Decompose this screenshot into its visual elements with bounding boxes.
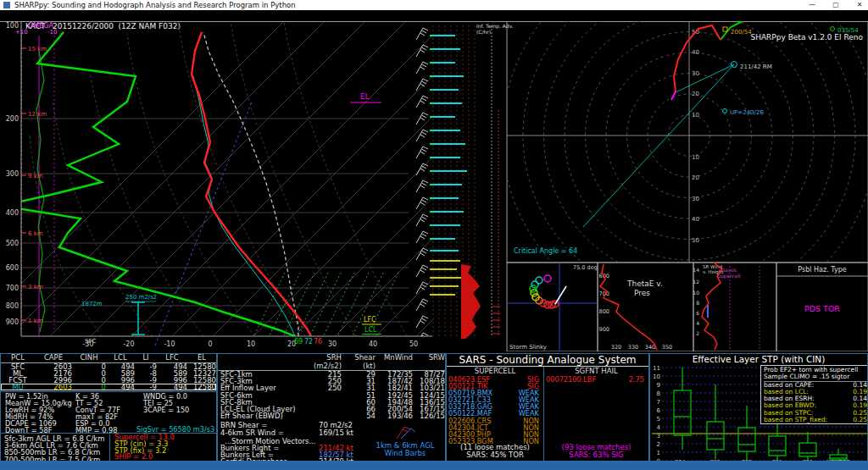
- pressure-labels: 100 200 300 400 500 600 700 800 900: [6, 22, 19, 326]
- svg-text:330: 330: [628, 344, 638, 351]
- critical-angle-rays: [583, 64, 734, 227]
- mean-wind-marker: [723, 27, 727, 31]
- close-button[interactable]: ✕: [851, 0, 868, 10]
- svg-text:5: 5: [657, 416, 660, 423]
- svg-text:9 km: 9 km: [28, 173, 43, 180]
- wind-speed-column: [430, 25, 481, 339]
- stp-prob-row: based on STP_fixed: 0.25: [764, 417, 867, 423]
- svg-text:3 km: 3 km: [28, 284, 43, 290]
- title-bar: SHARPpy: Sounding and Hodograph Analysis…: [0, 0, 868, 10]
- minimize-button[interactable]: —: [804, 0, 821, 10]
- app-icon: [3, 2, 10, 8]
- lapse-rates: Sfc-3km AGL LR = 6.8 C/km3-6km AGL LR = …: [4, 435, 105, 462]
- svg-text:10: 10: [247, 340, 255, 348]
- sars-panel: SARS - Sounding Analogue System SUPERCEL…: [446, 353, 649, 462]
- thetae-title-2: Pres: [634, 289, 650, 297]
- svg-text:0: 0: [208, 340, 212, 348]
- svg-text:600: 600: [6, 264, 19, 272]
- svg-text:6: 6: [696, 310, 699, 316]
- right-mover-label: 211/42 RM: [740, 64, 772, 70]
- el-label: EL: [360, 92, 370, 101]
- inflow-srh-label: 250 m2/s2: [125, 294, 157, 301]
- svg-text:1 km: 1 km: [28, 318, 43, 324]
- upshear-label: UP=240/26: [730, 109, 764, 116]
- svg-text:-10: -10: [164, 340, 175, 348]
- wind-barb-legend: 1km & 6km AGL Wind Barbs: [369, 425, 442, 456]
- upper-wind-marker: [831, 27, 835, 31]
- hazard-title: Psbl Haz. Type: [798, 266, 846, 274]
- svg-text:500: 500: [6, 240, 19, 247]
- svg-text:30: 30: [328, 340, 337, 348]
- svg-text:40: 40: [692, 216, 699, 223]
- srwind-annotation-2: Supercell: [717, 273, 741, 279]
- svg-text:700: 700: [6, 285, 19, 292]
- maximize-button[interactable]: ▢: [827, 0, 844, 10]
- effective-inflow-marker: 250 m2/s2 1872m: [81, 294, 157, 335]
- svg-text:10: 10: [693, 290, 699, 296]
- svg-text:4: 4: [657, 424, 661, 431]
- slinky-title: Storm Slinky: [509, 344, 547, 351]
- slinky-motion-vector: [555, 286, 566, 304]
- app-header: KACT 20151226/2000 (12Z NAM F032) SHARPp…: [0, 10, 868, 21]
- wind-barb-icons: [394, 425, 416, 440]
- wetbulb-trace: [193, 76, 295, 336]
- svg-text:14: 14: [693, 267, 699, 273]
- svg-text:12: 12: [693, 279, 699, 285]
- svg-text:800: 800: [6, 302, 19, 310]
- svg-text:4: 4: [696, 320, 699, 326]
- skewt-dry-adiabats: [30, 21, 407, 336]
- window-title: SHARPpy: Sounding and Hodograph Analysis…: [14, 0, 296, 10]
- sars-match-row[interactable]: 00072100.LBF 2.75: [544, 376, 648, 383]
- srwind-panel: 14 12 10 8 6 4 2 SR Wind v. Height Class…: [693, 263, 776, 351]
- dewpoint-trace: [2, 32, 295, 336]
- surface-temp-value: 76: [314, 338, 322, 346]
- mean-wind-label: 200/54: [731, 29, 752, 36]
- svg-text:10: 10: [653, 373, 660, 380]
- inflow-depth-label: 1872m: [81, 301, 103, 307]
- svg-text:900: 900: [6, 318, 19, 326]
- upshear-marker: [723, 109, 727, 113]
- svg-text:300: 300: [6, 170, 19, 178]
- sars-title: SARS - Sounding Analogue System: [447, 354, 648, 367]
- hazard-value: PDS TOR: [804, 304, 840, 313]
- svg-text:2: 2: [657, 441, 660, 448]
- svg-text:15 km: 15 km: [28, 46, 47, 53]
- svg-text:40: 40: [369, 340, 377, 348]
- kinematics-panel: SRH (m2/s2) Shear (kt)MnWind SRW SFC-1km…: [217, 353, 446, 462]
- bottom-insets: PCLCAPE CINHLCL LILFC EL SFC 2603 0 494 …: [0, 353, 868, 462]
- svg-text:50: 50: [692, 237, 699, 244]
- slinky-deg-label: 75.0 deg: [573, 264, 598, 271]
- taskbar-strip: [0, 462, 868, 470]
- svg-text:6 km: 6 km: [28, 230, 43, 237]
- svg-text:30: 30: [692, 196, 699, 202]
- skewt-isotherms: [0, 21, 732, 339]
- svg-text:20: 20: [692, 91, 699, 97]
- surface-wetbulb-value: 72: [304, 338, 313, 346]
- lcl-label: LCL: [364, 326, 377, 334]
- svg-text:8: 8: [657, 390, 660, 397]
- storm-slinky-panel: 75.0 deg Storm Slinky: [507, 263, 598, 351]
- kinematics-header: SRH (m2/s2) Shear (kt)MnWind SRW: [218, 354, 445, 371]
- upper-wind-label: 035/54: [837, 27, 859, 34]
- svg-text:10: 10: [692, 154, 699, 161]
- sars-hail-footer: (93 loose matches) SARS: 63% SIG: [544, 444, 648, 459]
- low-level-speed-fill: [461, 264, 481, 339]
- lfc-label: LFC: [364, 316, 376, 323]
- svg-text:2: 2: [696, 330, 699, 336]
- surface-dewpoint-value: 69: [294, 338, 303, 346]
- svg-text:11: 11: [653, 365, 660, 372]
- temp-adv-units: (C/hr): [476, 29, 491, 35]
- critical-angle-label: Critical Angle = 64: [514, 247, 577, 255]
- svg-text:12 km: 12 km: [28, 111, 47, 118]
- svg-text:-20: -20: [123, 340, 134, 348]
- svg-text:340: 340: [645, 344, 655, 351]
- svg-text:1: 1: [657, 450, 660, 456]
- parcel-row[interactable]: MU 2603 0 494 -9 494 12580: [1, 384, 216, 390]
- wind-barb-column: [412, 25, 431, 336]
- svg-text:320: 320: [611, 344, 621, 351]
- svg-text:100: 100: [6, 22, 19, 30]
- height-labels: 15 km 12 km 9 km 6 km 3 km 1 km: [21, 46, 47, 324]
- parcel-table-header: PCLCAPE CINHLCL LILFC EL: [1, 354, 216, 363]
- svg-text:800: 800: [599, 308, 609, 315]
- skewt-traces: [2, 32, 311, 336]
